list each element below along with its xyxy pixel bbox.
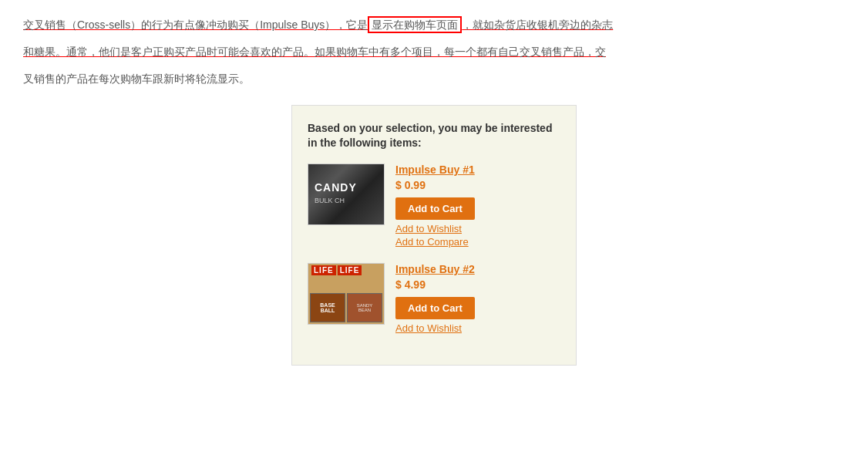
product-info-2: Impulse Buy #2 $ 4.99 Add to Cart Add to… — [395, 263, 560, 335]
panel-title: Based on your selection, you may be inte… — [308, 121, 560, 151]
product-name-1[interactable]: Impulse Buy #1 — [395, 164, 560, 176]
add-to-cart-button-2[interactable]: Add to Cart — [395, 297, 475, 319]
desc-text-after-highlight: ，就如杂货店收银机旁边的杂志 — [462, 19, 613, 31]
product-item-2: LIFE LIFE BASEBALL SANDYBEAN Impulse Buy… — [308, 263, 560, 335]
product-panel: Based on your selection, you may be inte… — [291, 105, 577, 366]
description-line2: 和糖果。通常，他们是客户正购买产品时可能会喜欢的产品。如果购物车中有多个项目，每… — [23, 42, 845, 62]
product-image-2: LIFE LIFE BASEBALL SANDYBEAN — [308, 263, 385, 325]
highlight-text: 显示在购物车页面 — [368, 16, 462, 33]
add-to-compare-link-1[interactable]: Add to Compare — [395, 236, 560, 248]
product-name-2[interactable]: Impulse Buy #2 — [395, 263, 560, 275]
add-to-wishlist-link-1[interactable]: Add to Wishlist — [395, 223, 560, 234]
product-price-1: $ 0.99 — [395, 179, 560, 191]
desc-text-before-highlight: 交叉销售（Cross-sells）的行为有点像冲动购买（Impulse Buys… — [23, 19, 368, 31]
add-to-cart-button-1[interactable]: Add to Cart — [395, 197, 475, 220]
product-item-1: Impulse Buy #1 $ 0.99 Add to Cart Add to… — [308, 164, 560, 249]
product-info-1: Impulse Buy #1 $ 0.99 Add to Cart Add to… — [395, 164, 560, 249]
product-image-1 — [308, 164, 385, 225]
description-line1: 交叉销售（Cross-sells）的行为有点像冲动购买（Impulse Buys… — [23, 15, 845, 35]
page-container: 交叉销售（Cross-sells）的行为有点像冲动购买（Impulse Buys… — [0, 0, 868, 381]
product-price-2: $ 4.99 — [395, 278, 560, 291]
add-to-wishlist-link-2[interactable]: Add to Wishlist — [395, 322, 560, 334]
description-block: 交叉销售（Cross-sells）的行为有点像冲动购买（Impulse Buys… — [23, 15, 845, 89]
description-line3: 叉销售的产品在每次购物车跟新时将轮流显示。 — [23, 69, 845, 89]
